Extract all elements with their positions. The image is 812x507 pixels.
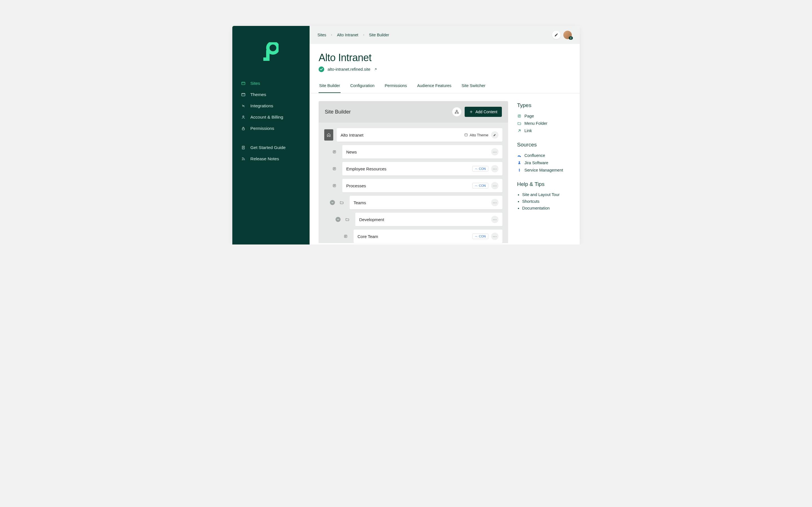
plus-icon (469, 110, 473, 114)
help-item[interactable]: Documentation (522, 205, 571, 212)
tree-row: News··· (324, 145, 502, 159)
more-button[interactable]: ··· (491, 199, 499, 206)
tree-item-label: Processes (346, 183, 366, 188)
structure-button[interactable] (452, 107, 461, 116)
svg-rect-2 (263, 57, 269, 61)
tree-row: Teams··· (324, 196, 502, 209)
status-ok-icon (319, 66, 324, 72)
nav-label: Permissions (250, 126, 274, 131)
source-badge: CON (472, 233, 488, 239)
tree-item-label: Employee Resources (346, 166, 387, 171)
side-panel: Types PageMenu FolderLink Sources Conflu… (517, 101, 571, 244)
brand-logo (232, 29, 310, 78)
source-badge: CON (472, 166, 488, 172)
tree-item[interactable]: News··· (342, 145, 502, 159)
tab-permissions[interactable]: Permissions (384, 83, 407, 93)
svg-rect-5 (242, 93, 245, 94)
rss-icon (241, 156, 246, 161)
sp-label: Link (524, 128, 532, 133)
svg-rect-14 (465, 134, 467, 135)
avatar-badge: 0 (569, 36, 573, 40)
site-url[interactable]: alto-intranet.refined.site (327, 67, 370, 71)
svg-rect-12 (457, 113, 458, 114)
tree-item[interactable]: Core TeamCON··· (354, 230, 502, 243)
folder-icon (517, 121, 522, 126)
tree-item[interactable]: Employee ResourcesCON··· (342, 162, 502, 175)
help-item[interactable]: Site and Layout Tour (522, 191, 571, 198)
types-item[interactable]: Menu Folder (517, 120, 571, 127)
tree-root[interactable]: Alto Intranet Alto Theme (337, 128, 502, 142)
breadcrumb-item[interactable]: Sites (317, 33, 326, 37)
logo-icon (263, 42, 278, 61)
tree-item-label: Alto Intranet (341, 133, 363, 137)
sources-item[interactable]: Jira Software (517, 159, 571, 166)
types-heading: Types (517, 102, 571, 108)
edit-row-button[interactable] (491, 131, 499, 138)
tree-item[interactable]: Development··· (355, 213, 502, 226)
sitemap-icon (455, 110, 459, 114)
sidebar-item-permissions[interactable]: Permissions (236, 123, 306, 134)
row-icon-handle (330, 163, 339, 174)
account-icon (241, 115, 246, 120)
sidebar-item-release-notes[interactable]: Release Notes (236, 153, 306, 165)
theme-icon (464, 133, 468, 137)
breadcrumb-item[interactable]: Site Builder (369, 33, 389, 37)
sidebar-item-integrations[interactable]: Integrations (236, 100, 306, 112)
nav-label: Account & Billing (250, 115, 283, 120)
row-icon-handle (341, 231, 350, 242)
types-item[interactable]: Page (517, 112, 571, 120)
source-badge: CON (472, 183, 488, 188)
add-content-label: Add Content (475, 110, 497, 114)
types-item[interactable]: Link (517, 127, 571, 134)
home-icon (326, 133, 331, 137)
breadcrumb-item[interactable]: Alto Intranet (337, 33, 358, 37)
svg-rect-10 (456, 110, 457, 111)
more-button[interactable]: ··· (491, 148, 499, 156)
link-icon (517, 128, 522, 133)
sp-label: Page (524, 114, 534, 118)
permissions-icon (241, 126, 246, 131)
sources-item[interactable]: Confluence (517, 152, 571, 159)
tree-item[interactable]: ProcessesCON··· (342, 179, 502, 192)
tree-item-label: Development (359, 217, 384, 222)
svg-point-6 (243, 116, 244, 117)
sources-heading: Sources (517, 142, 571, 148)
tree-item[interactable]: Teams··· (350, 196, 502, 209)
tab-audience-features[interactable]: Audience Features (416, 83, 452, 93)
svg-rect-7 (242, 128, 245, 130)
add-content-button[interactable]: Add Content (465, 107, 502, 117)
row-icon-handle (343, 214, 352, 225)
pencil-icon (493, 133, 497, 136)
nav-label: Themes (250, 92, 266, 97)
more-button[interactable]: ··· (491, 182, 499, 189)
home-handle[interactable] (324, 129, 333, 140)
row-icon-handle (337, 197, 346, 208)
tab-site-builder[interactable]: Site Builder (319, 83, 341, 93)
tree-item-label: News (346, 150, 357, 154)
confluence-icon (517, 153, 522, 158)
tree-item-label: Core Team (357, 234, 378, 239)
help-heading: Help & Tips (517, 181, 571, 187)
avatar[interactable]: 0 (563, 31, 572, 39)
sidebar-item-get-started-guide[interactable]: Get Started Guide (236, 142, 306, 153)
sources-item[interactable]: Service Management (517, 166, 571, 174)
tab-site-switcher[interactable]: Site Switcher (461, 83, 486, 93)
theme-tag: Alto Theme (464, 133, 488, 137)
sidebar-item-account-billing[interactable]: Account & Billing (236, 112, 306, 123)
more-button[interactable]: ··· (491, 216, 499, 223)
help-item[interactable]: Shortcuts (522, 198, 571, 205)
chevron-down-icon[interactable] (336, 217, 341, 222)
sites-icon (241, 81, 246, 86)
sidebar-item-sites[interactable]: Sites (236, 78, 306, 89)
integrations-icon (241, 103, 246, 108)
chevron-down-icon[interactable] (330, 200, 335, 205)
builder-title: Site Builder (325, 109, 351, 115)
nav-label: Integrations (250, 103, 273, 108)
more-button[interactable]: ··· (491, 165, 499, 172)
sp-label: Menu Folder (524, 121, 547, 126)
doc-icon (241, 145, 246, 150)
more-button[interactable]: ··· (491, 233, 499, 240)
edit-button[interactable] (552, 31, 560, 39)
sidebar-item-themes[interactable]: Themes (236, 89, 306, 100)
tab-configuration[interactable]: Configuration (350, 83, 375, 93)
